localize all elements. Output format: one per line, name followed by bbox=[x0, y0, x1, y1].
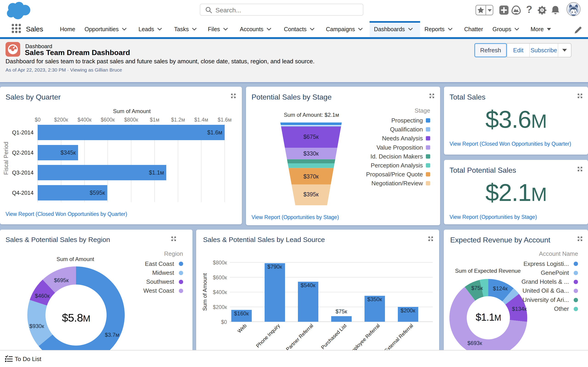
svg-text:Sum of Amount: $2.1м: Sum of Amount: $2.1м bbox=[284, 112, 339, 118]
svg-text:Other: Other bbox=[554, 305, 569, 312]
svg-text:Qualification: Qualification bbox=[390, 126, 423, 133]
svg-text:$695к: $695к bbox=[54, 277, 69, 283]
svg-text:$200к: $200к bbox=[54, 117, 68, 123]
svg-text:$540к: $540к bbox=[301, 282, 315, 288]
svg-text:Value Proposition: Value Proposition bbox=[376, 144, 423, 151]
svg-text:$400к: $400к bbox=[213, 289, 227, 295]
svg-text:Q2-2014: Q2-2014 bbox=[12, 150, 34, 156]
svg-text:$3.7м: $3.7м bbox=[105, 332, 119, 338]
svg-text:$930к: $930к bbox=[29, 323, 44, 329]
svg-text:$675к: $675к bbox=[303, 133, 319, 140]
svg-text:$350к: $350к bbox=[367, 296, 382, 302]
svg-text:Stage: Stage bbox=[415, 107, 430, 114]
svg-text:Fiscal Period: Fiscal Period bbox=[3, 142, 9, 175]
svg-text:?: ? bbox=[526, 5, 532, 15]
svg-text:$790к: $790к bbox=[267, 264, 282, 270]
svg-text:$124к: $124к bbox=[493, 285, 508, 292]
svg-text:$1м: $1м bbox=[150, 117, 159, 123]
svg-text:Q4-2014: Q4-2014 bbox=[12, 190, 34, 196]
svg-text:$330к: $330к bbox=[303, 150, 319, 157]
svg-text:West Coast: West Coast bbox=[143, 287, 174, 294]
svg-text:Needs Analysis: Needs Analysis bbox=[382, 135, 423, 142]
svg-text:Partner Referral: Partner Referral bbox=[285, 323, 314, 352]
svg-text:Perception Analysis: Perception Analysis bbox=[371, 162, 423, 169]
svg-text:$800к: $800к bbox=[213, 260, 227, 266]
svg-text:Sum of Amount: Sum of Amount bbox=[113, 108, 151, 114]
svg-text:$693к: $693к bbox=[467, 340, 482, 346]
svg-text:GenePoint: GenePoint bbox=[541, 269, 569, 276]
svg-text:United Oil & Ga...: United Oil & Ga... bbox=[523, 287, 569, 294]
svg-text:Q1-2014: Q1-2014 bbox=[12, 129, 34, 135]
svg-text:Account Name: Account Name bbox=[539, 250, 578, 257]
svg-text:$395к: $395к bbox=[303, 191, 319, 198]
svg-text:Q3-2014: Q3-2014 bbox=[12, 169, 34, 176]
svg-text:$1.6м: $1.6м bbox=[218, 117, 232, 123]
svg-text:Southwest: Southwest bbox=[146, 278, 174, 285]
svg-text:Web: Web bbox=[236, 323, 248, 334]
svg-text:$595к: $595к bbox=[90, 190, 105, 196]
svg-text:Proposal/Price Quote: Proposal/Price Quote bbox=[366, 171, 423, 178]
svg-text:Id. Decision Makers: Id. Decision Makers bbox=[371, 153, 423, 160]
svg-text:$800к: $800к bbox=[124, 117, 138, 123]
svg-text:Sum of Amount: Sum of Amount bbox=[57, 256, 94, 262]
svg-text:$1.1M: $1.1M bbox=[476, 311, 501, 323]
svg-text:Purchased List: Purchased List bbox=[320, 323, 348, 350]
svg-text:Grand Hotels & ...: Grand Hotels & ... bbox=[521, 278, 569, 285]
svg-text:Region: Region bbox=[164, 250, 183, 257]
svg-text:$400к: $400к bbox=[78, 117, 92, 123]
svg-text:Sum of Expected Revenue: Sum of Expected Revenue bbox=[455, 268, 521, 274]
svg-text:$5.8M: $5.8M bbox=[62, 311, 90, 324]
svg-text:$1.4м: $1.4м bbox=[194, 117, 208, 123]
svg-text:$370к: $370к bbox=[303, 173, 319, 180]
svg-text:$0: $0 bbox=[35, 117, 41, 123]
svg-text:Phone Inquiry: Phone Inquiry bbox=[255, 323, 281, 349]
svg-text:University of Ari...: University of Ari... bbox=[523, 296, 569, 303]
svg-text:East Coast: East Coast bbox=[145, 260, 174, 267]
svg-text:$1.2м: $1.2м bbox=[171, 117, 185, 123]
svg-text:$75к: $75к bbox=[336, 308, 347, 315]
svg-text:Midwest: Midwest bbox=[152, 269, 174, 276]
svg-text:$600к: $600к bbox=[101, 117, 115, 123]
svg-text:$200к: $200к bbox=[401, 307, 415, 314]
svg-text:$345к: $345к bbox=[61, 149, 76, 156]
svg-text:$75к: $75к bbox=[471, 285, 483, 291]
svg-text:$200к: $200к bbox=[213, 304, 227, 310]
svg-text:Sum of Amount: Sum of Amount bbox=[202, 273, 208, 311]
svg-text:$460к: $460к bbox=[35, 293, 50, 299]
svg-text:$160к: $160к bbox=[234, 310, 249, 317]
svg-text:$134к: $134к bbox=[512, 306, 527, 312]
svg-text:Prospecting: Prospecting bbox=[391, 117, 423, 124]
svg-text:$600к: $600к bbox=[213, 275, 227, 281]
svg-text:$0: $0 bbox=[221, 319, 227, 325]
svg-text:Negotiation/Review: Negotiation/Review bbox=[372, 180, 423, 187]
svg-text:Express Logisti...: Express Logisti... bbox=[523, 260, 569, 267]
svg-text:$1.1м: $1.1м bbox=[149, 169, 164, 176]
svg-text:External Referral: External Referral bbox=[383, 323, 414, 353]
svg-text:$1.6м: $1.6м bbox=[207, 129, 222, 135]
